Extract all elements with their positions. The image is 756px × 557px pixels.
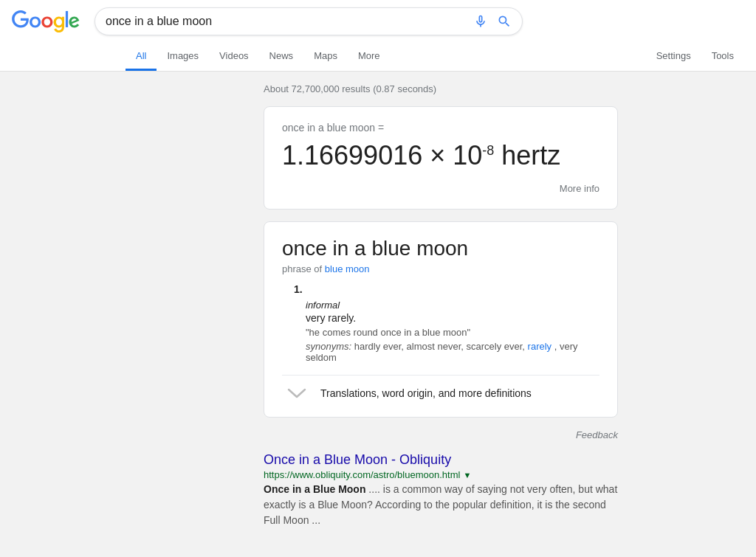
microphone-icon [473, 14, 488, 29]
tab-images[interactable]: Images [157, 43, 209, 71]
dict-phrase-label: phrase of blue moon [282, 263, 599, 274]
dict-def-text: very rarely. [282, 312, 599, 324]
result-title-link[interactable]: Once in a Blue Moon - Obliquity [264, 452, 451, 467]
result-url: https://www.obliquity.com/astro/bluemoon… [264, 469, 618, 480]
header-top: once in a blue moon [0, 7, 756, 43]
search-icon [497, 14, 512, 29]
microphone-button[interactable] [473, 14, 488, 29]
dictionary-box: once in a blue moon phrase of blue moon … [264, 221, 618, 418]
dict-more-text: Translations, word origin, and more defi… [320, 387, 532, 399]
search-icons [473, 14, 512, 29]
dict-example: "he comes round once in a blue moon" [282, 327, 599, 338]
tab-videos[interactable]: Videos [209, 43, 259, 71]
nav-right: Settings Tools [646, 43, 744, 71]
chevron-icon [286, 386, 308, 401]
calc-exponent: -8 [482, 143, 494, 158]
result-url-arrow: ▼ [463, 471, 471, 480]
chevron-down-icon [282, 384, 312, 402]
tab-settings[interactable]: Settings [646, 43, 701, 71]
tab-maps[interactable]: Maps [303, 43, 348, 71]
dict-phrase-prefix: phrase of [282, 263, 322, 274]
dict-title: once in a blue moon [282, 237, 599, 260]
search-bar[interactable]: once in a blue moon [94, 7, 523, 35]
calculator-box: once in a blue moon = 1.16699016 × 10-8 … [264, 106, 618, 210]
dict-informal: informal [282, 300, 599, 311]
dict-phrase-link[interactable]: blue moon [325, 263, 370, 274]
result-snippet: Once in a Blue Moon .... is a common way… [264, 482, 618, 528]
tab-news[interactable]: News [259, 43, 304, 71]
dict-number: 1. [294, 283, 303, 295]
nav-tabs: All Images Videos News Maps More Setting… [0, 43, 756, 71]
synonyms-plain: hardly ever, almost never, scarcely ever… [354, 341, 525, 352]
dict-definition-block: 1. [282, 283, 599, 295]
tab-more[interactable]: More [348, 43, 391, 71]
search-input[interactable]: once in a blue moon [106, 15, 467, 28]
feedback-row[interactable]: Feedback [264, 429, 618, 440]
result-url-text: https://www.obliquity.com/astro/bluemoon… [264, 469, 460, 480]
main-content: About 72,700,000 results (0.87 seconds) … [138, 72, 618, 555]
dict-synonyms: synonyms: hardly ever, almost never, sca… [282, 341, 599, 363]
tab-all[interactable]: All [126, 43, 157, 71]
calc-value: 1.16699016 × 10-8 hertz [282, 139, 599, 171]
calc-unit: hertz [501, 140, 560, 170]
header: once in a blue moon All Images Vide [0, 0, 756, 72]
calc-value-main: 1.16699016 × 10 [282, 140, 482, 170]
tab-tools[interactable]: Tools [701, 43, 744, 71]
results-count: About 72,700,000 results (0.87 seconds) [264, 83, 618, 94]
search-button[interactable] [497, 14, 512, 29]
result-title: Once in a Blue Moon - Obliquity [264, 452, 618, 468]
synonyms-label: synonyms: [306, 341, 351, 352]
search-result: Once in a Blue Moon - Obliquity https://… [264, 452, 618, 528]
more-info-link[interactable]: More info [282, 183, 599, 194]
snippet-bold: Once in a Blue Moon [264, 483, 365, 495]
calc-label: once in a blue moon = [282, 122, 599, 134]
dict-more-row[interactable]: Translations, word origin, and more defi… [282, 375, 599, 402]
synonyms-link[interactable]: rarely [528, 341, 552, 352]
google-logo [12, 10, 80, 34]
